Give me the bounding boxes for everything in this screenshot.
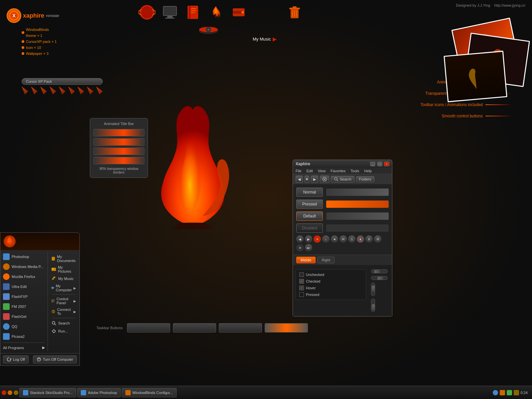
start-item-picasa[interactable]: Picasa2 <box>0 332 48 341</box>
default-button[interactable]: Default <box>296 211 323 221</box>
close-dot-red[interactable] <box>2 390 6 395</box>
nav-back-icon[interactable]: ◀ <box>296 235 304 243</box>
logoff-button[interactable]: Log Off <box>3 355 29 363</box>
maximize-button[interactable]: □ <box>377 162 382 166</box>
taskbar-btn-3[interactable] <box>219 323 262 332</box>
pressed-button[interactable]: Pressed <box>296 200 323 209</box>
tray-icon-2[interactable] <box>500 390 505 395</box>
qq-icon <box>3 323 10 330</box>
scrollbar-vert[interactable] <box>371 283 375 296</box>
monitor-icon[interactable] <box>159 2 181 23</box>
close-button[interactable]: × <box>384 162 389 166</box>
cursor-pack-button[interactable]: Cursor XP Pack <box>22 78 103 85</box>
taskbar-photoshop[interactable]: Adobe Photoshop <box>77 388 120 397</box>
feature-line <box>485 104 512 105</box>
scrollbar-vert-2[interactable] <box>371 299 375 312</box>
normal-button[interactable]: Normal <box>296 188 323 197</box>
start-item-fm2007[interactable]: FM 2007 <box>0 302 48 312</box>
cb-hover-box[interactable]: ✓ <box>299 286 304 290</box>
nav-mail-icon[interactable]: ✉ <box>339 235 347 243</box>
menu-file[interactable]: File <box>296 169 302 173</box>
start-item-photoshop[interactable]: Photoshop <box>0 252 48 262</box>
nav-next-icon[interactable]: ⏭ <box>305 244 312 251</box>
tray-icon-1[interactable] <box>493 390 498 395</box>
close-dot-orange[interactable] <box>8 390 12 395</box>
tab-right[interactable]: Right <box>317 257 334 263</box>
tab-middle[interactable]: Middle <box>296 257 316 263</box>
start-item-firefox[interactable]: Mozilla Firefox <box>0 272 48 282</box>
back-button[interactable]: ◀ <box>296 176 303 183</box>
taskbar-skinstudio[interactable]: Stardock SkinStudio Pro... <box>19 388 76 397</box>
folders-button[interactable]: Folders <box>356 176 374 182</box>
start-my-computer[interactable]: My Computer ▶ <box>50 283 78 293</box>
photoshop-taskbar-icon <box>81 390 86 395</box>
taskbar-btn-4[interactable] <box>265 323 308 332</box>
menu-edit[interactable]: Edit <box>307 169 313 173</box>
taskbar-btn-1[interactable] <box>127 323 170 332</box>
nav-close-icon[interactable]: ✕ <box>296 244 304 251</box>
start-run[interactable]: Run... <box>50 327 78 335</box>
tray-icon-4[interactable] <box>514 390 519 395</box>
back-dropdown[interactable]: ▼ <box>305 176 309 183</box>
system-tray: 0:24 <box>490 390 530 395</box>
nav-home-icon[interactable]: ⌂ <box>322 235 330 243</box>
nav-settings-icon[interactable]: ⚙ <box>374 235 381 243</box>
close-dot-yellow[interactable] <box>14 390 18 395</box>
cb-unchecked-box[interactable] <box>299 272 304 277</box>
normal-bar <box>326 189 389 196</box>
cursor-preview <box>31 86 38 94</box>
taskbar-windowblinds[interactable]: WindowBlinds Configur... <box>122 388 177 397</box>
taskbar-btn-2[interactable] <box>173 323 216 332</box>
menu-tools[interactable]: Tools <box>351 169 359 173</box>
scrollbar-horiz-2[interactable] <box>371 276 388 280</box>
trash-icon[interactable] <box>284 2 305 23</box>
nav-mute-icon[interactable]: 🔇 <box>357 235 364 243</box>
windowblinds-label: WindowBlinds Configur... <box>132 391 173 395</box>
planet-icon[interactable] <box>136 2 158 23</box>
connect-to-icon <box>51 309 56 314</box>
start-my-pictures[interactable]: My Pictures <box>50 264 78 275</box>
start-search[interactable]: Search <box>50 319 78 327</box>
start-item-windows-media[interactable]: Windows Media P... <box>0 262 48 272</box>
cb-checked-box[interactable]: ✓ <box>299 279 304 284</box>
start-my-music[interactable]: My Music <box>50 275 78 283</box>
flame-dock-icon[interactable] <box>205 2 226 23</box>
nav-forward-icon[interactable]: ▶ <box>305 235 312 243</box>
main-flame <box>143 90 243 229</box>
forward-button[interactable]: ▶ <box>311 176 318 183</box>
menu-help[interactable]: Help <box>364 169 372 173</box>
menu-favorites[interactable]: Favorites <box>331 169 345 173</box>
checkbox-unchecked: Unchecked <box>298 271 364 278</box>
svg-rect-37 <box>52 300 53 301</box>
start-item-qq[interactable]: QQ <box>0 322 48 332</box>
cursor-preview <box>87 86 93 94</box>
scrollbar-horiz[interactable] <box>371 269 388 273</box>
svg-point-42 <box>52 322 55 324</box>
turnoff-button[interactable]: Turn Off Computer <box>33 355 77 363</box>
svg-point-34 <box>52 278 54 280</box>
checkbox-list: Unchecked ✓ Checked ✓ Hover Pressed <box>296 269 366 300</box>
stop-button[interactable] <box>320 176 329 183</box>
start-control-panel[interactable]: Control Panel ▶ <box>50 296 78 306</box>
start-connect-to[interactable]: Connect To ▶ <box>50 306 78 317</box>
nav-fav-icon[interactable]: ★ <box>331 235 338 243</box>
taskbar-window-controls <box>2 390 18 395</box>
browser-search-button[interactable]: Search <box>331 176 354 183</box>
tray-icon-3[interactable] <box>507 390 512 395</box>
start-my-documents[interactable]: My Documents <box>50 253 78 264</box>
minimize-button[interactable]: _ <box>370 162 375 166</box>
drive-icon[interactable] <box>228 2 249 23</box>
start-item-flashget[interactable]: FlashGet <box>0 312 48 322</box>
fm2007-icon <box>3 303 10 310</box>
firefox-label: Mozilla Firefox <box>12 275 35 279</box>
nav-stop-icon[interactable]: ✕ <box>314 235 321 243</box>
all-programs-button[interactable]: All Programs ▶ <box>0 344 48 351</box>
notebook-icon[interactable] <box>182 2 203 23</box>
start-item-ultredit[interactable]: Ultra Edit <box>0 282 48 292</box>
nav-pause-icon[interactable]: ⏸ <box>365 235 373 243</box>
run-label: Run... <box>58 329 68 333</box>
cb-pressed-box[interactable] <box>299 292 304 297</box>
nav-print-icon[interactable]: ⎙ <box>348 235 355 243</box>
menu-view[interactable]: View <box>318 169 326 173</box>
start-item-flashfxp[interactable]: FlashFXP <box>0 292 48 302</box>
